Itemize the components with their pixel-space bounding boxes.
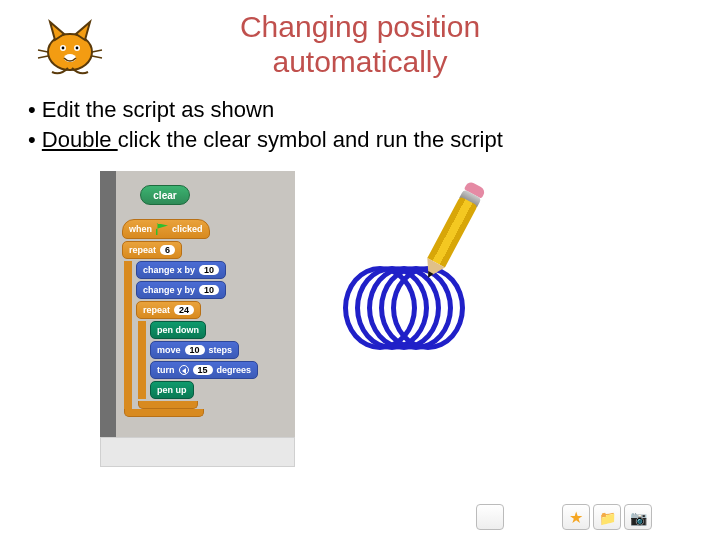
pen-up-block[interactable]: pen up bbox=[150, 381, 194, 399]
svg-point-2 bbox=[62, 47, 65, 50]
repeat-outer-block[interactable]: repeat 6 bbox=[122, 241, 182, 259]
sprite-toolbar: ★ 📁 📷 bbox=[476, 504, 652, 530]
pen-down-block[interactable]: pen down bbox=[150, 321, 206, 339]
ccw-arrow-icon bbox=[179, 365, 189, 375]
repeat-inner-foot bbox=[138, 401, 198, 409]
svg-line-9 bbox=[92, 56, 102, 58]
stage-output bbox=[323, 171, 533, 411]
new-sprite-camera-button[interactable]: 📷 bbox=[624, 504, 652, 530]
green-flag-icon bbox=[156, 223, 168, 235]
clear-block[interactable]: clear bbox=[140, 185, 190, 205]
bullet-list: Edit the script as shown Double click th… bbox=[28, 97, 720, 153]
new-sprite-file-button[interactable]: 📁 bbox=[593, 504, 621, 530]
change-x-block[interactable]: change x by 10 bbox=[136, 261, 226, 279]
bullet-1: Edit the script as shown bbox=[28, 97, 720, 123]
repeat-outer-foot bbox=[124, 409, 204, 417]
pencil-sprite bbox=[420, 180, 486, 281]
svg-line-7 bbox=[38, 56, 48, 58]
toolbox-button[interactable] bbox=[476, 504, 504, 530]
title-line-1: Changing position bbox=[240, 10, 480, 43]
repeat-inner-block[interactable]: repeat 24 bbox=[136, 301, 201, 319]
svg-line-6 bbox=[38, 50, 48, 52]
change-y-block[interactable]: change y by 10 bbox=[136, 281, 226, 299]
svg-line-8 bbox=[92, 50, 102, 52]
palette-tab bbox=[100, 437, 295, 467]
move-steps-block[interactable]: move 10 steps bbox=[150, 341, 239, 359]
bullet-2: Double click the clear symbol and run th… bbox=[28, 127, 720, 153]
scratch-cat-logo bbox=[30, 10, 110, 80]
scratch-script-area: clear when clicked repeat 6 change x by … bbox=[100, 171, 295, 441]
svg-point-4 bbox=[76, 47, 79, 50]
turn-degrees-block[interactable]: turn 15 degrees bbox=[150, 361, 258, 379]
new-sprite-paint-button[interactable]: ★ bbox=[562, 504, 590, 530]
title-line-2: automatically bbox=[272, 45, 447, 78]
when-flag-clicked-block[interactable]: when clicked bbox=[122, 219, 210, 239]
